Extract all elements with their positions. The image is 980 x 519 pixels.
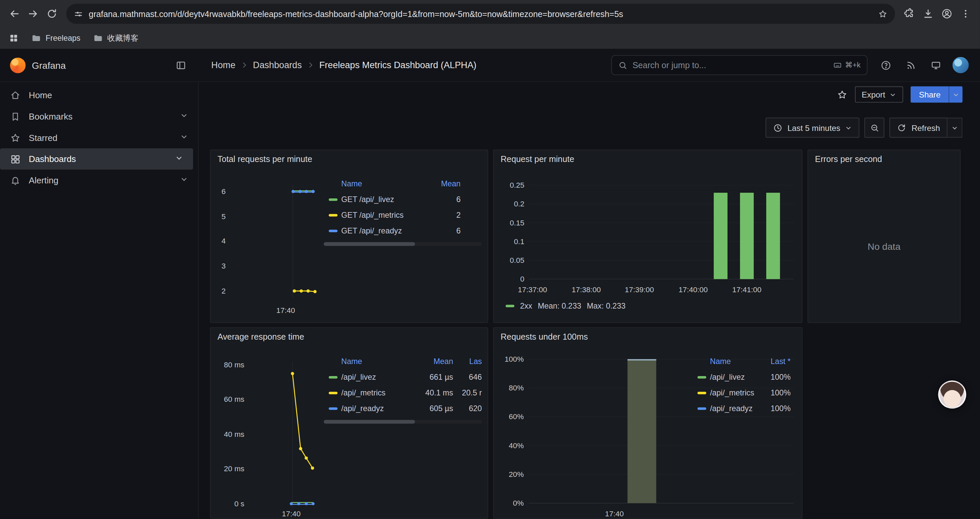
refresh-interval-caret[interactable] — [948, 118, 963, 137]
user-avatar[interactable] — [953, 57, 969, 73]
breadcrumb-home[interactable]: Home — [211, 60, 235, 70]
legend-row[interactable]: /api/_readyz 605 µs 620 — [324, 401, 482, 416]
refresh-group: Refresh — [889, 118, 963, 137]
series-name[interactable]: GET /api/_livez — [341, 195, 423, 204]
panel-title[interactable]: Errors per second — [815, 155, 882, 164]
legend-scrollbar[interactable] — [324, 420, 482, 423]
sidebar-item-home[interactable]: Home — [0, 85, 198, 106]
folder-icon — [31, 33, 41, 43]
panel-avg-response-time: Average response time 80 ms 60 ms 40 ms … — [210, 327, 488, 519]
series-name[interactable]: GET /api/_metrics — [341, 211, 423, 219]
favorite-star-icon[interactable] — [837, 89, 847, 100]
breadcrumb-current: Freeleaps Metrics Dashboard (ALPHA) — [319, 60, 476, 70]
scrollbar-thumb[interactable] — [324, 420, 415, 423]
series-color-dash — [697, 391, 706, 394]
chevron-down-icon[interactable] — [175, 154, 183, 164]
series-name[interactable]: 2xx — [520, 302, 532, 310]
series-color-dash — [329, 391, 337, 394]
panel-requests-under-100ms: Requests under 100ms 100% 80% 60% 40% 20… — [493, 327, 802, 519]
share-button-group: Share — [911, 86, 963, 103]
site-settings-icon[interactable] — [74, 9, 83, 18]
legend-header-name[interactable]: Name — [341, 357, 406, 366]
share-menu-caret[interactable] — [949, 86, 963, 103]
legend-row[interactable]: GET /api/_livez 6 — [324, 192, 482, 207]
bookmark-star-icon[interactable] — [878, 9, 888, 18]
help-icon[interactable] — [878, 57, 894, 73]
export-button[interactable]: Export — [855, 86, 903, 103]
legend-header-last[interactable]: Last * — [759, 357, 791, 366]
bell-icon — [10, 175, 21, 186]
series-name[interactable]: /api/_metrics — [710, 388, 759, 397]
assistant-avatar[interactable] — [938, 380, 966, 409]
browser-menu-icon[interactable] — [956, 4, 975, 23]
zoom-out-icon — [870, 123, 879, 132]
extensions-icon[interactable] — [900, 4, 919, 23]
search-box[interactable]: ⌘+k — [611, 55, 867, 75]
grafana-logo-icon[interactable] — [10, 57, 26, 73]
series-name[interactable]: /api/_readyz — [710, 404, 759, 412]
forward-icon[interactable] — [24, 4, 42, 23]
sidebar-item-dashboards[interactable]: Dashboards — [0, 148, 193, 170]
legend-row[interactable]: /api/_livez 661 µs 646 — [324, 369, 482, 385]
series-color-dash — [329, 214, 337, 216]
series-last: 100% — [759, 388, 791, 397]
sidebar-item-starred[interactable]: Starred — [0, 127, 198, 148]
legend-header-name[interactable]: Name — [710, 357, 759, 366]
series-name[interactable]: /api/_livez — [710, 373, 759, 382]
refresh-icon — [897, 123, 907, 132]
series-name[interactable]: /api/_metrics — [341, 388, 406, 397]
series-name[interactable]: /api/_readyz — [341, 404, 406, 412]
series-name[interactable]: GET /api/_readyz — [341, 226, 423, 235]
series-color-dash — [329, 230, 337, 232]
sidebar-toggle-icon[interactable] — [172, 57, 189, 73]
time-range-picker[interactable]: Last 5 minutes — [765, 118, 859, 137]
series-color-dash — [329, 198, 337, 200]
legend-scrollbar[interactable] — [324, 242, 482, 246]
downloads-icon[interactable] — [919, 4, 937, 23]
legend-row[interactable]: /api/_livez 100% — [692, 369, 791, 385]
share-button[interactable]: Share — [911, 86, 949, 103]
reload-icon[interactable] — [42, 4, 61, 23]
legend-row[interactable]: GET /api/_metrics 2 — [324, 207, 482, 223]
sidebar-item-label: Home — [29, 90, 52, 100]
series-last: 20.5 r — [453, 388, 482, 397]
legend-header-mean[interactable]: Mean — [423, 180, 460, 188]
series-color-dash — [697, 376, 706, 378]
url-input[interactable] — [89, 9, 873, 18]
legend-row[interactable]: /api/_readyz 100% — [692, 401, 791, 416]
bookmark-folder-blogs[interactable]: 收藏博客 — [93, 33, 138, 43]
refresh-button[interactable]: Refresh — [889, 118, 947, 137]
rss-icon[interactable] — [903, 57, 919, 73]
back-icon[interactable] — [5, 4, 24, 23]
breadcrumb-dashboards[interactable]: Dashboards — [253, 60, 302, 70]
address-bar[interactable] — [66, 4, 895, 24]
brand-name: Grafana — [32, 60, 66, 70]
sidebar-item-alerting[interactable]: Alerting — [0, 170, 198, 191]
legend-header-name[interactable]: Name — [341, 180, 423, 188]
series-mean: 40.1 ms — [406, 388, 453, 397]
series-name[interactable]: /api/_livez — [341, 373, 406, 382]
series-mean: 6 — [423, 195, 460, 204]
bookmark-folder-freeleaps[interactable]: Freeleaps — [31, 33, 80, 43]
browser-chrome: Freeleaps 收藏博客 — [0, 0, 980, 49]
zoom-out-button[interactable] — [865, 118, 885, 137]
search-input[interactable] — [632, 61, 828, 70]
legend-row[interactable]: /api/_metrics 40.1 ms 20.5 r — [324, 385, 482, 401]
profile-icon[interactable] — [938, 4, 956, 23]
legend-header-last[interactable]: Las — [453, 357, 482, 366]
sidebar-item-label: Bookmarks — [29, 112, 72, 121]
dashboard-main: Export Share Last 5 minutes — [199, 82, 980, 519]
sidebar-item-bookmarks[interactable]: Bookmarks — [0, 106, 198, 127]
scrollbar-thumb[interactable] — [324, 242, 415, 246]
legend-row[interactable]: /api/_metrics 100% — [692, 385, 791, 401]
legend-row[interactable]: GET /api/_readyz 6 — [324, 223, 482, 238]
chevron-down-icon[interactable] — [180, 133, 188, 143]
sidebar: Home Bookmarks Starred Dashboards Alerti… — [0, 82, 199, 519]
chevron-down-icon[interactable] — [180, 175, 188, 185]
monitor-icon[interactable] — [928, 57, 944, 73]
apps-grid-icon[interactable] — [9, 33, 19, 43]
chevron-down-icon[interactable] — [180, 112, 188, 121]
no-data-message: No data — [808, 241, 960, 251]
series-max: Max: 0.233 — [587, 302, 625, 310]
legend-header-mean[interactable]: Mean — [406, 357, 453, 366]
